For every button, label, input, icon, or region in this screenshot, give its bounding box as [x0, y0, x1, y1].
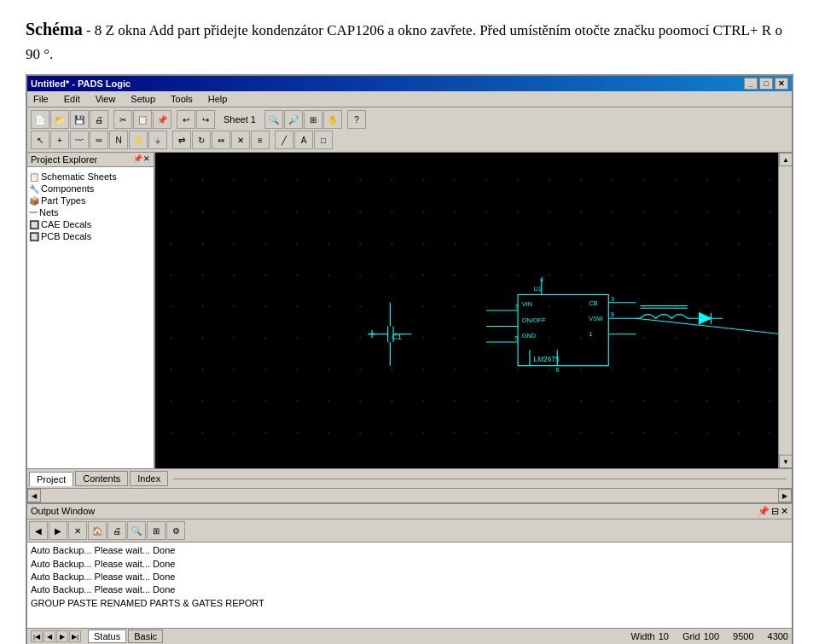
scroll-track-h[interactable]: [41, 489, 778, 502]
status-tab-status[interactable]: Status: [88, 629, 126, 643]
svg-text:GND: GND: [522, 333, 536, 340]
output-line-5: GROUP PASTE RENAMED PARTS & GATES REPORT: [31, 597, 788, 610]
explorer-pin-btn[interactable]: 📌: [133, 154, 142, 165]
line-btn[interactable]: ╱: [275, 131, 293, 149]
nav-next-btn[interactable]: ▶: [56, 630, 68, 642]
output-content: Auto Backup... Please wait... Done Auto …: [27, 542, 792, 628]
explorer-close-btn[interactable]: ✕: [143, 154, 150, 165]
output-pin-btn[interactable]: 📌: [758, 506, 770, 517]
prop-btn[interactable]: ≡: [251, 131, 270, 149]
delete-btn[interactable]: ✕: [231, 131, 250, 149]
scroll-down-btn[interactable]: ▼: [779, 455, 793, 468]
nav-prev-btn[interactable]: ◀: [44, 630, 55, 642]
power-btn[interactable]: ⚡: [129, 131, 148, 149]
schema-label: Schéma: [26, 20, 83, 38]
add-part-btn[interactable]: +: [50, 131, 69, 149]
box-btn[interactable]: □: [314, 131, 333, 149]
horiz-scrollbar[interactable]: ◀ ▶: [27, 488, 792, 502]
scroll-up-btn[interactable]: ▲: [779, 153, 793, 166]
tab-project[interactable]: Project: [29, 472, 73, 486]
output-search-btn[interactable]: 🔍: [127, 521, 146, 540]
menu-help[interactable]: Help: [206, 93, 230, 105]
width-label: Width: [631, 631, 655, 641]
net-btn[interactable]: N: [109, 131, 128, 149]
new-btn[interactable]: 📄: [31, 110, 49, 129]
output-forward-btn[interactable]: ▶: [49, 521, 67, 540]
text-btn[interactable]: A: [294, 131, 313, 149]
output-back-btn[interactable]: ◀: [29, 521, 48, 540]
open-btn[interactable]: 📂: [50, 110, 69, 129]
output-title-buttons: 📌 ⊟ ✕: [758, 506, 788, 517]
scroll-right-btn[interactable]: ▶: [778, 489, 792, 502]
output-home-btn[interactable]: 🏠: [88, 521, 107, 540]
save-btn[interactable]: 💾: [70, 110, 89, 129]
output-line-4: Auto Backup... Please wait... Done: [31, 583, 788, 596]
mirror-btn[interactable]: ⇔: [212, 131, 230, 149]
menu-tools[interactable]: Tools: [168, 93, 195, 105]
tree-pcb-decals[interactable]: 🔲 PCB Decals: [29, 230, 152, 242]
tree-pcb-decals-label: PCB Decals: [41, 231, 91, 241]
schematic-svg: C1: [155, 153, 778, 468]
zoom-fit-btn[interactable]: ⊞: [304, 110, 322, 129]
maximize-button[interactable]: □: [759, 78, 773, 90]
zoom-out-btn[interactable]: 🔎: [284, 110, 303, 129]
help-btn[interactable]: ?: [347, 110, 366, 129]
bottom-tab-bar: Project Contents Index: [27, 468, 792, 488]
pan-btn[interactable]: ✋: [323, 110, 342, 129]
zoom-in-btn[interactable]: 🔍: [264, 110, 283, 129]
tab-index[interactable]: Index: [130, 471, 168, 486]
close-button[interactable]: ✕: [775, 78, 788, 90]
output-settings-btn[interactable]: ⚙: [166, 521, 185, 540]
tree-cae-decals-label: CAE Decals: [41, 219, 91, 229]
print-btn[interactable]: 🖨: [90, 110, 108, 129]
tree-schematic-sheets-label: Schematic Sheets: [41, 171, 117, 182]
status-y: 4300: [768, 631, 788, 641]
nav-first-btn[interactable]: |◀: [31, 630, 43, 642]
output-clear-btn[interactable]: ✕: [68, 521, 87, 540]
bus-btn[interactable]: ═: [90, 131, 108, 149]
cut-btn[interactable]: ✂: [113, 110, 132, 129]
components-icon: 🔧: [29, 184, 39, 194]
output-print-btn[interactable]: 🖨: [107, 521, 126, 540]
svg-text:5: 5: [514, 334, 518, 342]
output-close-btn[interactable]: ✕: [781, 506, 788, 517]
sep3: [216, 110, 219, 129]
output-float-btn[interactable]: ⊟: [771, 506, 779, 517]
tree-cae-decals[interactable]: 🔲 CAE Decals: [29, 218, 152, 230]
output-filter-btn[interactable]: ⊞: [147, 521, 166, 540]
menu-view[interactable]: View: [93, 93, 119, 105]
svg-text:C1: C1: [392, 333, 402, 341]
tree-nets[interactable]: 〰 Nets: [29, 206, 152, 218]
undo-btn[interactable]: ↩: [177, 110, 195, 129]
svg-text:VIN: VIN: [522, 301, 532, 309]
select-btn[interactable]: ↖: [31, 131, 49, 149]
menu-setup[interactable]: Setup: [128, 93, 158, 105]
menu-file[interactable]: File: [31, 93, 51, 105]
scroll-left-btn[interactable]: ◀: [27, 489, 41, 502]
paste-btn[interactable]: 📌: [153, 110, 171, 129]
nav-last-btn[interactable]: ▶|: [69, 630, 81, 642]
redo-btn[interactable]: ↪: [196, 110, 215, 129]
status-tab-basic[interactable]: Basic: [128, 629, 163, 643]
scroll-track-v[interactable]: [779, 166, 792, 455]
move-btn[interactable]: ⇄: [172, 131, 191, 149]
svg-text:1: 1: [589, 331, 592, 339]
menu-edit[interactable]: Edit: [61, 93, 83, 105]
output-toolbar: ◀ ▶ ✕ 🏠 🖨 🔍 ⊞ ⚙: [27, 519, 792, 542]
explorer-title-label: Project Explorer: [31, 154, 97, 165]
ground-btn[interactable]: ⏚: [148, 131, 167, 149]
tree-schematic-sheets[interactable]: 📋 Schematic Sheets: [29, 171, 152, 183]
status-x: 9500: [733, 631, 753, 641]
right-scrollbar[interactable]: ▲ ▼: [778, 153, 792, 468]
tree-components[interactable]: 🔧 Components: [29, 183, 152, 194]
schematic-canvas[interactable]: C1: [155, 153, 778, 468]
explorer-tree: 📋 Schematic Sheets 🔧 Components 📦 Part T…: [27, 167, 154, 468]
tab-contents[interactable]: Contents: [75, 471, 128, 486]
rotate-btn[interactable]: ↻: [192, 131, 211, 149]
copy-btn[interactable]: 📋: [133, 110, 152, 129]
tree-part-types[interactable]: 📦 Part Types: [29, 194, 152, 206]
pads-window: Untitled* - PADS Logic _ □ ✕ File Edit V…: [26, 74, 793, 644]
svg-text:LM2675: LM2675: [534, 355, 560, 363]
wire-btn[interactable]: 〰: [70, 131, 89, 149]
minimize-button[interactable]: _: [744, 78, 758, 90]
